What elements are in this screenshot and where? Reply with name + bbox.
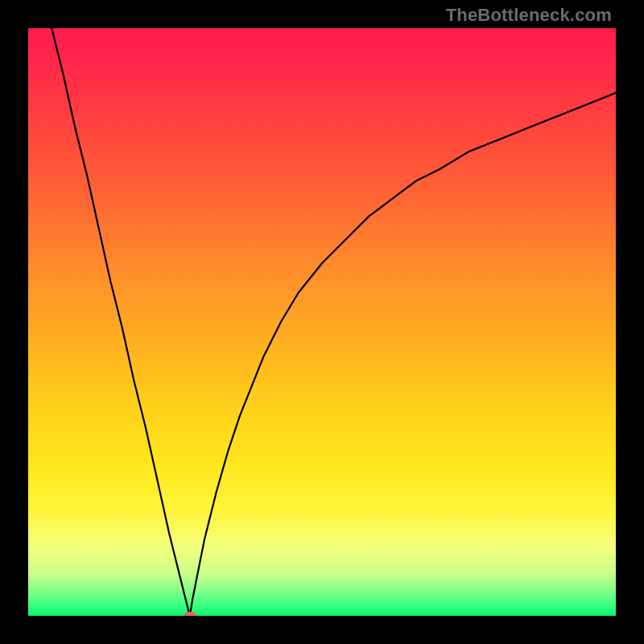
chart-frame: TheBottleneck.com xyxy=(0,0,644,644)
plot-area xyxy=(28,28,616,616)
minimum-marker xyxy=(184,612,196,616)
bottleneck-curve xyxy=(28,28,616,616)
watermark-text: TheBottleneck.com xyxy=(446,5,612,26)
